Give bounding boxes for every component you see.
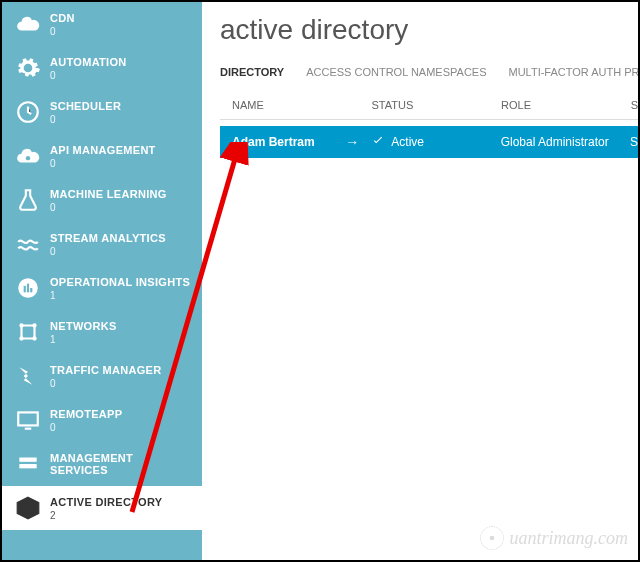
network-icon — [14, 318, 42, 346]
sidebar-item-count: 0 — [50, 378, 161, 389]
svg-rect-3 — [24, 286, 26, 293]
col-status: STATUS — [372, 99, 502, 111]
main-content: active directory DIRECTORY ACCESS CONTRO… — [202, 2, 638, 560]
sidebar-item-operational-insights[interactable]: OPERATIONAL INSIGHTS 1 — [2, 266, 202, 310]
sidebar-item-stream-analytics[interactable]: STREAM ANALYTICS 0 — [2, 222, 202, 266]
tabs: DIRECTORY ACCESS CONTROL NAMESPACES MULT… — [220, 66, 638, 83]
svg-rect-10 — [18, 412, 38, 425]
sidebar-item-label: MACHINE LEARNING — [50, 188, 167, 200]
sidebar-item-label: NETWORKS — [50, 320, 117, 332]
svg-point-14 — [489, 536, 494, 541]
insights-icon — [14, 274, 42, 302]
sidebar-item-label: SCHEDULER — [50, 100, 121, 112]
sidebar-item-label: STREAM ANALYTICS — [50, 232, 166, 244]
traffic-icon — [14, 362, 42, 390]
cell-sub: S — [630, 135, 638, 149]
sidebar-item-label: CDN — [50, 12, 75, 24]
page-title: active directory — [220, 14, 638, 46]
cell-status: Active — [391, 135, 424, 149]
cell-name: Adam Bertram — [232, 135, 315, 149]
col-sub: S — [631, 99, 638, 111]
arrow-right-icon: → — [345, 134, 359, 150]
sidebar-item-count: 0 — [50, 422, 122, 433]
tab-directory[interactable]: DIRECTORY — [220, 66, 284, 82]
sidebar-item-count: 0 — [50, 114, 121, 125]
sidebar-item-automation[interactable]: AUTOMATION 0 — [2, 46, 202, 90]
sidebar-item-count: 1 — [50, 290, 190, 301]
sidebar-item-management-services[interactable]: MANAGEMENT SERVICES — [2, 442, 202, 486]
table-row[interactable]: Adam Bertram → Active Global Administrat… — [220, 126, 638, 158]
clock-icon — [14, 98, 42, 126]
col-role: ROLE — [501, 99, 631, 111]
directory-icon — [14, 494, 42, 522]
sidebar-item-count: 0 — [50, 246, 166, 257]
sidebar-item-count: 0 — [50, 70, 127, 81]
watermark-text: uantrimang.com — [510, 528, 629, 549]
cell-role: Global Administrator — [501, 135, 630, 149]
sidebar-item-label: AUTOMATION — [50, 56, 127, 68]
sidebar-item-count: 0 — [50, 158, 156, 169]
sidebar-item-label: ACTIVE DIRECTORY — [50, 496, 162, 508]
watermark-logo-icon — [480, 526, 504, 550]
sidebar-item-machine-learning[interactable]: MACHINE LEARNING 0 — [2, 178, 202, 222]
sidebar-item-remoteapp[interactable]: REMOTEAPP 0 — [2, 398, 202, 442]
sidebar-item-count: 0 — [50, 202, 167, 213]
sidebar-item-count: 1 — [50, 334, 117, 345]
grid-icon — [14, 450, 42, 478]
flask-icon — [14, 186, 42, 214]
watermark: uantrimang.com — [480, 526, 629, 550]
sidebar-item-count: 2 — [50, 510, 162, 521]
sidebar-item-cdn[interactable]: CDN 0 — [2, 2, 202, 46]
tab-access-control[interactable]: ACCESS CONTROL NAMESPACES — [306, 66, 486, 82]
sidebar-item-label: API MANAGEMENT — [50, 144, 156, 156]
wave-icon — [14, 230, 42, 258]
sidebar-item-api-management[interactable]: API MANAGEMENT 0 — [2, 134, 202, 178]
svg-point-1 — [26, 156, 30, 160]
sidebar-item-traffic-manager[interactable]: TRAFFIC MANAGER 0 — [2, 354, 202, 398]
sidebar-item-label: OPERATIONAL INSIGHTS — [50, 276, 190, 288]
svg-rect-11 — [19, 458, 36, 462]
col-name: NAME — [232, 99, 372, 111]
cloud-api-icon — [14, 142, 42, 170]
gear-icon — [14, 54, 42, 82]
check-icon — [371, 134, 385, 151]
sidebar-item-label: REMOTEAPP — [50, 408, 122, 420]
svg-rect-4 — [27, 284, 29, 293]
sidebar-item-scheduler[interactable]: SCHEDULER 0 — [2, 90, 202, 134]
sidebar-item-active-directory[interactable]: ACTIVE DIRECTORY 2 — [2, 486, 202, 530]
svg-rect-12 — [19, 464, 36, 468]
table-header: NAME STATUS ROLE S — [220, 99, 638, 120]
tab-mfa-providers[interactable]: MULTI-FACTOR AUTH PROVIDERS — [509, 66, 638, 82]
monitor-icon — [14, 406, 42, 434]
cloud-icon — [14, 10, 42, 38]
sidebar-item-networks[interactable]: NETWORKS 1 — [2, 310, 202, 354]
sidebar-item-label: TRAFFIC MANAGER — [50, 364, 161, 376]
sidebar-item-count: 0 — [50, 26, 75, 37]
sidebar-item-label: MANAGEMENT SERVICES — [50, 452, 192, 476]
svg-rect-5 — [30, 288, 32, 292]
sidebar: CDN 0 AUTOMATION 0 SCHEDULER 0 — [2, 2, 202, 560]
